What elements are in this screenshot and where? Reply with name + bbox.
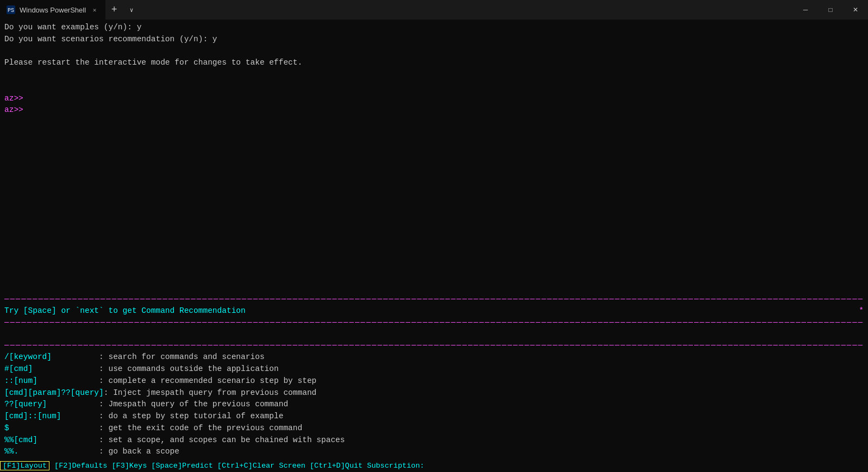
empty-line-3 [4, 81, 864, 93]
try-text: Try [Space] or `next` to get Command Rec… [4, 305, 246, 317]
help-line-2: ::[num] : complete a recommended scenari… [4, 375, 864, 387]
help-line-4: ??[query] : Jmespath query of the previo… [4, 399, 864, 411]
prompt-1: az>> [4, 93, 864, 105]
help-line-0: /[keyword] : search for commands and sce… [4, 351, 864, 363]
maximize-button[interactable]: □ [818, 0, 843, 20]
help-line-6: $ : get the exit code of the previous co… [4, 423, 864, 435]
help-line-3: [cmd][param]??[query]: Inject jmespath q… [4, 387, 864, 399]
help-line-8: %%. : go back a scope [4, 446, 864, 458]
tab-area: PS Windows PowerShell ✕ + ∨ [0, 0, 793, 20]
titlebar: PS Windows PowerShell ✕ + ∨ ─ □ ✕ [0, 0, 868, 20]
svg-text:PS: PS [8, 8, 14, 14]
new-tab-button[interactable]: + [105, 1, 123, 18]
help-line-1: #[cmd] : use commands outside the applic… [4, 363, 864, 375]
try-line: Try [Space] or `next` to get Command Rec… [4, 305, 864, 317]
help-line-7: %%[cmd] : set a scope, and scopes can be… [4, 435, 864, 446]
minimize-button[interactable]: ─ [793, 0, 818, 20]
window-controls: ─ □ ✕ [793, 0, 868, 20]
active-tab[interactable]: PS Windows PowerShell ✕ [0, 0, 105, 20]
tab-dropdown-button[interactable]: ∨ [123, 1, 140, 18]
statusbar: [F1]Layout [F2]Defaults [F3]Keys [Space]… [0, 460, 868, 472]
tab-close-button[interactable]: ✕ [90, 5, 99, 14]
output-line-2: Do you want scenarios recommendation (y/… [4, 34, 864, 46]
output-line-3: Please restart the interactive mode for … [4, 57, 864, 69]
dashes-mid: ────────────────────────────────────────… [4, 317, 864, 329]
empty-line-2 [4, 69, 864, 81]
empty-line-1 [4, 46, 864, 58]
output-line-1: Do you want examples (y/n): y [4, 22, 864, 34]
f1-layout-button[interactable]: [F1]Layout [0, 461, 49, 470]
spacer [4, 116, 864, 294]
help-line-5: [cmd]::[num] : do a step by step tutoria… [4, 411, 864, 423]
dashes-top: ────────────────────────────────────────… [4, 294, 864, 305]
powershell-icon: PS [7, 5, 15, 14]
dashes-bot: ────────────────────────────────────────… [4, 340, 864, 351]
close-button[interactable]: ✕ [843, 0, 868, 20]
statusbar-shortcuts: [F2]Defaults [F3]Keys [Space]Predict [Ct… [50, 462, 424, 470]
prompt-2: az>> [4, 104, 864, 116]
terminal[interactable]: Do you want examples (y/n): y Do you wan… [0, 20, 868, 460]
empty-line-4 [4, 329, 864, 341]
tab-title: Windows PowerShell [20, 6, 86, 14]
try-star: * [859, 305, 864, 317]
